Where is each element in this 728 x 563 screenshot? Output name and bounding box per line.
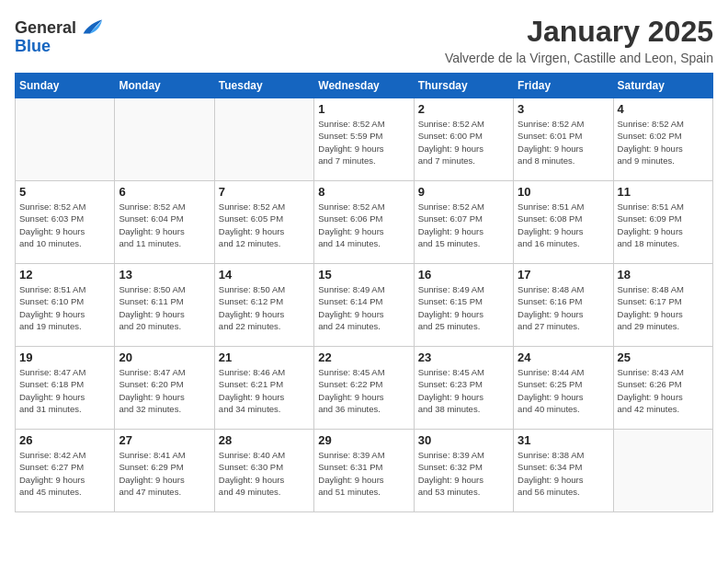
logo-text-blue: Blue xyxy=(15,37,51,56)
calendar-cell: 18Sunrise: 8:48 AM Sunset: 6:17 PM Dayli… xyxy=(613,264,712,347)
calendar-cell: 21Sunrise: 8:46 AM Sunset: 6:21 PM Dayli… xyxy=(214,347,313,430)
calendar-cell: 17Sunrise: 8:48 AM Sunset: 6:16 PM Dayli… xyxy=(514,264,613,347)
cell-info: Sunrise: 8:45 AM Sunset: 6:23 PM Dayligh… xyxy=(418,366,509,415)
calendar-cell: 16Sunrise: 8:49 AM Sunset: 6:15 PM Dayli… xyxy=(414,264,513,347)
day-number: 30 xyxy=(418,433,509,447)
day-number: 14 xyxy=(219,268,310,282)
cell-info: Sunrise: 8:44 AM Sunset: 6:25 PM Dayligh… xyxy=(518,366,609,415)
calendar-cell: 7Sunrise: 8:52 AM Sunset: 6:05 PM Daylig… xyxy=(214,181,313,264)
calendar-cell xyxy=(613,430,712,512)
day-number: 20 xyxy=(119,350,210,364)
calendar-cell xyxy=(115,98,214,181)
cell-info: Sunrise: 8:49 AM Sunset: 6:14 PM Dayligh… xyxy=(318,283,409,332)
day-number: 15 xyxy=(318,268,409,282)
cell-info: Sunrise: 8:52 AM Sunset: 6:00 PM Dayligh… xyxy=(418,118,509,167)
calendar-cell: 6Sunrise: 8:52 AM Sunset: 6:04 PM Daylig… xyxy=(115,181,214,264)
calendar-week-row: 19Sunrise: 8:47 AM Sunset: 6:18 PM Dayli… xyxy=(16,347,713,430)
day-number: 29 xyxy=(318,433,409,447)
calendar-cell: 5Sunrise: 8:52 AM Sunset: 6:03 PM Daylig… xyxy=(16,181,115,264)
calendar-week-row: 1Sunrise: 8:52 AM Sunset: 5:59 PM Daylig… xyxy=(16,98,713,181)
calendar-cell: 30Sunrise: 8:39 AM Sunset: 6:32 PM Dayli… xyxy=(414,430,513,512)
day-number: 7 xyxy=(219,185,310,199)
title-area: January 2025 Valverde de la Virgen, Cast… xyxy=(445,15,713,65)
calendar-cell: 3Sunrise: 8:52 AM Sunset: 6:01 PM Daylig… xyxy=(514,98,613,181)
calendar-cell: 26Sunrise: 8:42 AM Sunset: 6:27 PM Dayli… xyxy=(16,430,115,512)
calendar-cell: 13Sunrise: 8:50 AM Sunset: 6:11 PM Dayli… xyxy=(115,264,214,347)
calendar-cell: 31Sunrise: 8:38 AM Sunset: 6:34 PM Dayli… xyxy=(514,430,613,512)
calendar-cell: 2Sunrise: 8:52 AM Sunset: 6:00 PM Daylig… xyxy=(414,98,513,181)
cell-info: Sunrise: 8:41 AM Sunset: 6:29 PM Dayligh… xyxy=(119,449,210,498)
day-number: 19 xyxy=(19,350,110,364)
calendar-cell: 4Sunrise: 8:52 AM Sunset: 6:02 PM Daylig… xyxy=(613,98,712,181)
day-number: 27 xyxy=(119,433,210,447)
cell-info: Sunrise: 8:51 AM Sunset: 6:08 PM Dayligh… xyxy=(518,201,609,249)
location-title: Valverde de la Virgen, Castille and Leon… xyxy=(445,51,713,65)
calendar-cell xyxy=(214,98,313,181)
day-number: 3 xyxy=(518,102,609,116)
calendar-cell: 11Sunrise: 8:51 AM Sunset: 6:09 PM Dayli… xyxy=(613,181,712,264)
cell-info: Sunrise: 8:52 AM Sunset: 6:03 PM Dayligh… xyxy=(19,201,110,249)
day-number: 16 xyxy=(418,268,509,282)
logo-text-general: General xyxy=(15,18,76,38)
cell-info: Sunrise: 8:51 AM Sunset: 6:09 PM Dayligh… xyxy=(618,201,709,249)
day-number: 5 xyxy=(19,185,110,199)
calendar-cell: 20Sunrise: 8:47 AM Sunset: 6:20 PM Dayli… xyxy=(115,347,214,430)
calendar-cell: 8Sunrise: 8:52 AM Sunset: 6:06 PM Daylig… xyxy=(314,181,414,264)
calendar-week-row: 12Sunrise: 8:51 AM Sunset: 6:10 PM Dayli… xyxy=(16,264,713,347)
day-number: 12 xyxy=(19,268,110,282)
cell-info: Sunrise: 8:48 AM Sunset: 6:16 PM Dayligh… xyxy=(518,283,609,332)
calendar-cell: 23Sunrise: 8:45 AM Sunset: 6:23 PM Dayli… xyxy=(414,347,513,430)
day-number: 1 xyxy=(318,102,409,116)
calendar-cell xyxy=(16,98,115,181)
day-number: 22 xyxy=(318,350,409,364)
calendar-cell: 12Sunrise: 8:51 AM Sunset: 6:10 PM Dayli… xyxy=(16,264,115,347)
day-number: 6 xyxy=(119,185,210,199)
calendar-table: SundayMondayTuesdayWednesdayThursdayFrid… xyxy=(15,73,713,512)
month-title: January 2025 xyxy=(445,15,713,49)
day-header-saturday: Saturday xyxy=(613,74,712,98)
day-number: 26 xyxy=(19,433,110,447)
calendar-cell: 29Sunrise: 8:39 AM Sunset: 6:31 PM Dayli… xyxy=(314,430,414,512)
day-number: 24 xyxy=(518,350,609,364)
calendar-cell: 10Sunrise: 8:51 AM Sunset: 6:08 PM Dayli… xyxy=(514,181,613,264)
day-number: 28 xyxy=(219,433,310,447)
day-header-thursday: Thursday xyxy=(414,74,513,98)
day-number: 21 xyxy=(219,350,310,364)
cell-info: Sunrise: 8:43 AM Sunset: 6:26 PM Dayligh… xyxy=(618,366,709,415)
cell-info: Sunrise: 8:52 AM Sunset: 5:59 PM Dayligh… xyxy=(318,118,409,167)
calendar-cell: 15Sunrise: 8:49 AM Sunset: 6:14 PM Dayli… xyxy=(314,264,414,347)
cell-info: Sunrise: 8:52 AM Sunset: 6:07 PM Dayligh… xyxy=(418,201,509,249)
cell-info: Sunrise: 8:52 AM Sunset: 6:04 PM Dayligh… xyxy=(119,201,210,249)
day-header-tuesday: Tuesday xyxy=(214,74,313,98)
cell-info: Sunrise: 8:49 AM Sunset: 6:15 PM Dayligh… xyxy=(418,283,509,332)
cell-info: Sunrise: 8:52 AM Sunset: 6:02 PM Dayligh… xyxy=(618,118,709,167)
calendar-cell: 1Sunrise: 8:52 AM Sunset: 5:59 PM Daylig… xyxy=(314,98,414,181)
cell-info: Sunrise: 8:42 AM Sunset: 6:27 PM Dayligh… xyxy=(19,449,110,498)
calendar-cell: 27Sunrise: 8:41 AM Sunset: 6:29 PM Dayli… xyxy=(115,430,214,512)
cell-info: Sunrise: 8:39 AM Sunset: 6:31 PM Dayligh… xyxy=(318,449,409,498)
cell-info: Sunrise: 8:45 AM Sunset: 6:22 PM Dayligh… xyxy=(318,366,409,415)
calendar-cell: 24Sunrise: 8:44 AM Sunset: 6:25 PM Dayli… xyxy=(514,347,613,430)
calendar-body: 1Sunrise: 8:52 AM Sunset: 5:59 PM Daylig… xyxy=(16,98,713,512)
day-number: 9 xyxy=(418,185,509,199)
day-number: 23 xyxy=(418,350,509,364)
cell-info: Sunrise: 8:38 AM Sunset: 6:34 PM Dayligh… xyxy=(518,449,609,498)
calendar-week-row: 5Sunrise: 8:52 AM Sunset: 6:03 PM Daylig… xyxy=(16,181,713,264)
day-header-sunday: Sunday xyxy=(16,74,115,98)
day-number: 17 xyxy=(518,268,609,282)
day-header-friday: Friday xyxy=(514,74,613,98)
header: General Blue January 2025 Valverde de la… xyxy=(15,15,713,65)
calendar-cell: 22Sunrise: 8:45 AM Sunset: 6:22 PM Dayli… xyxy=(314,347,414,430)
cell-info: Sunrise: 8:52 AM Sunset: 6:05 PM Dayligh… xyxy=(219,201,310,249)
cell-info: Sunrise: 8:48 AM Sunset: 6:17 PM Dayligh… xyxy=(618,283,709,332)
cell-info: Sunrise: 8:46 AM Sunset: 6:21 PM Dayligh… xyxy=(219,366,310,415)
day-number: 10 xyxy=(518,185,609,199)
day-number: 13 xyxy=(119,268,210,282)
cell-info: Sunrise: 8:39 AM Sunset: 6:32 PM Dayligh… xyxy=(418,449,509,498)
cell-info: Sunrise: 8:47 AM Sunset: 6:20 PM Dayligh… xyxy=(119,366,210,415)
calendar-cell: 28Sunrise: 8:40 AM Sunset: 6:30 PM Dayli… xyxy=(214,430,313,512)
day-number: 4 xyxy=(618,102,709,116)
cell-info: Sunrise: 8:40 AM Sunset: 6:30 PM Dayligh… xyxy=(219,449,310,498)
calendar-cell: 25Sunrise: 8:43 AM Sunset: 6:26 PM Dayli… xyxy=(613,347,712,430)
day-number: 25 xyxy=(618,350,709,364)
